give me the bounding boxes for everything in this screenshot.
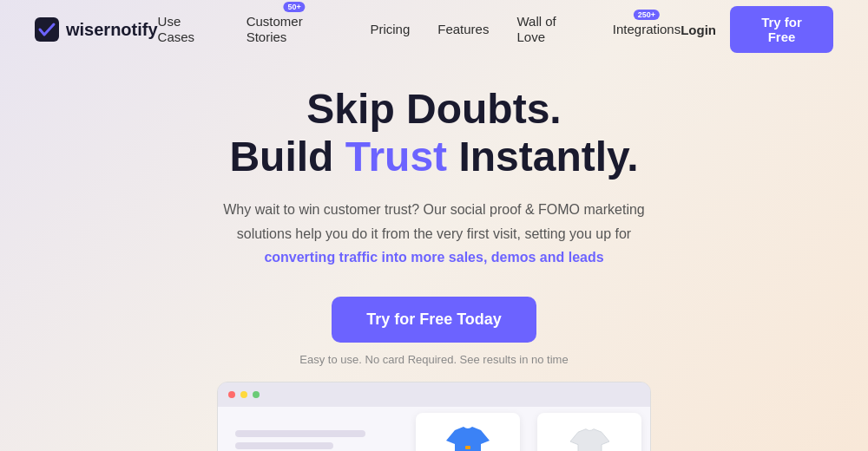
skeleton-bar-2 [235,442,333,449]
cta-button[interactable]: Try for Free Today [332,297,536,343]
svg-rect-1 [465,446,470,449]
hero-note: Easy to use. No card Required. See resul… [299,353,568,366]
product-card-white [537,413,641,451]
nav-item-integrations[interactable]: 250+ Integrations [613,22,681,37]
try-free-button[interactable]: Try for Free [730,6,833,53]
logo[interactable]: wisernotify [35,17,158,42]
skeleton-bar-1 [235,430,365,437]
nav-actions: Login Try for Free [681,6,833,53]
navbar: wisernotify Use Cases 50+ Customer Stori… [0,0,868,59]
hero-title-line2-pre: Build [229,134,345,180]
svg-rect-0 [35,17,59,42]
logo-text: wisernotify [66,20,158,40]
nav-item-features[interactable]: Features [437,22,489,37]
nav-badge-customer-stories: 50+ [283,2,305,12]
browser-bar [218,382,650,407]
browser-mockup [217,382,651,451]
skeleton-bars [227,430,398,451]
nav-item-customer-stories[interactable]: 50+ Customer Stories [247,14,343,45]
hero-title-line1: Skip Doubts. [306,86,561,132]
browser-content [218,407,650,451]
hero-subtitle: Why wait to win customer trust? Our soci… [223,198,644,269]
hero-section: Skip Doubts. Build Trust Instantly. Why … [0,59,868,451]
browser-dot-red [228,391,235,398]
nav-links: Use Cases 50+ Customer Stories Pricing F… [158,14,681,45]
nav-item-pricing[interactable]: Pricing [370,22,410,37]
login-button[interactable]: Login [681,23,716,37]
browser-dot-yellow [240,391,247,398]
hero-title-trust: Trust [345,134,447,180]
product-card-blue [416,413,520,451]
hero-title: Skip Doubts. Build Trust Instantly. [229,85,638,180]
nav-badge-integrations: 250+ [634,10,660,20]
nav-item-wall-of-love[interactable]: Wall of Love [516,14,584,45]
hero-subtitle-link[interactable]: converting traffic into more sales, demo… [264,250,603,265]
nav-item-use-cases[interactable]: Use Cases [158,14,219,45]
hero-title-line2-post: Instantly. [447,134,638,180]
browser-dot-green [253,391,260,398]
